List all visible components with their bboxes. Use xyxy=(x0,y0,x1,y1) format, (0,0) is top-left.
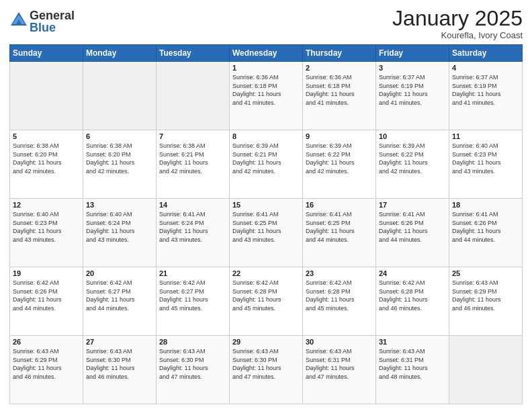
day-info: Sunrise: 6:42 AM Sunset: 6:27 PM Dayligh… xyxy=(159,279,226,312)
day-cell: 17Sunrise: 6:41 AM Sunset: 6:26 PM Dayli… xyxy=(376,199,449,267)
day-info: Sunrise: 6:40 AM Sunset: 6:23 PM Dayligh… xyxy=(13,210,80,244)
day-cell: 20Sunrise: 6:42 AM Sunset: 6:27 PM Dayli… xyxy=(83,267,157,336)
day-info: Sunrise: 6:36 AM Sunset: 6:18 PM Dayligh… xyxy=(232,73,300,107)
logo-general: General xyxy=(30,9,75,21)
day-number: 10 xyxy=(379,132,446,140)
weekday-header-tuesday: Tuesday xyxy=(157,45,230,62)
page: General Blue January 2025 Kourefla, Ivor… xyxy=(0,0,532,411)
day-info: Sunrise: 6:42 AM Sunset: 6:28 PM Dayligh… xyxy=(232,279,300,312)
calendar-table: SundayMondayTuesdayWednesdayThursdayFrid… xyxy=(9,44,523,404)
day-number: 27 xyxy=(86,338,153,346)
day-info: Sunrise: 6:42 AM Sunset: 6:28 PM Dayligh… xyxy=(306,279,373,312)
day-info: Sunrise: 6:43 AM Sunset: 6:31 PM Dayligh… xyxy=(379,347,446,381)
day-info: Sunrise: 6:39 AM Sunset: 6:21 PM Dayligh… xyxy=(232,142,300,175)
logo: General Blue xyxy=(9,9,75,34)
day-cell: 5Sunrise: 6:38 AM Sunset: 6:20 PM Daylig… xyxy=(10,130,83,199)
day-number: 20 xyxy=(86,269,153,277)
day-cell: 21Sunrise: 6:42 AM Sunset: 6:27 PM Dayli… xyxy=(157,267,230,336)
day-info: Sunrise: 6:41 AM Sunset: 6:24 PM Dayligh… xyxy=(159,210,226,244)
week-row-4: 19Sunrise: 6:42 AM Sunset: 6:26 PM Dayli… xyxy=(10,267,523,336)
day-cell: 25Sunrise: 6:43 AM Sunset: 6:29 PM Dayli… xyxy=(449,267,523,336)
day-info: Sunrise: 6:40 AM Sunset: 6:24 PM Dayligh… xyxy=(86,210,153,244)
day-number: 25 xyxy=(452,269,519,277)
day-info: Sunrise: 6:36 AM Sunset: 6:18 PM Dayligh… xyxy=(306,73,373,107)
day-info: Sunrise: 6:41 AM Sunset: 6:25 PM Dayligh… xyxy=(232,210,300,244)
weekday-header-row: SundayMondayTuesdayWednesdayThursdayFrid… xyxy=(10,45,523,62)
day-number: 5 xyxy=(13,132,80,140)
day-cell: 18Sunrise: 6:41 AM Sunset: 6:26 PM Dayli… xyxy=(449,199,523,267)
day-cell: 22Sunrise: 6:42 AM Sunset: 6:28 PM Dayli… xyxy=(230,267,303,336)
day-info: Sunrise: 6:41 AM Sunset: 6:25 PM Dayligh… xyxy=(306,210,373,244)
day-info: Sunrise: 6:42 AM Sunset: 6:27 PM Dayligh… xyxy=(86,279,153,312)
day-number: 9 xyxy=(306,132,373,140)
header: General Blue January 2025 Kourefla, Ivor… xyxy=(9,7,523,40)
day-cell: 19Sunrise: 6:42 AM Sunset: 6:26 PM Dayli… xyxy=(10,267,83,336)
day-info: Sunrise: 6:42 AM Sunset: 6:28 PM Dayligh… xyxy=(379,279,446,312)
logo-blue: Blue xyxy=(30,21,75,34)
day-number: 22 xyxy=(232,269,300,277)
weekday-header-wednesday: Wednesday xyxy=(230,45,303,62)
day-number: 17 xyxy=(379,201,446,209)
day-cell: 6Sunrise: 6:38 AM Sunset: 6:20 PM Daylig… xyxy=(83,130,157,199)
day-number: 23 xyxy=(306,269,373,277)
day-cell: 14Sunrise: 6:41 AM Sunset: 6:24 PM Dayli… xyxy=(157,199,230,267)
day-number: 31 xyxy=(379,338,446,346)
day-info: Sunrise: 6:38 AM Sunset: 6:21 PM Dayligh… xyxy=(159,142,226,175)
day-info: Sunrise: 6:43 AM Sunset: 6:30 PM Dayligh… xyxy=(232,347,300,381)
day-cell xyxy=(157,62,230,130)
weekday-header-sunday: Sunday xyxy=(10,45,83,62)
day-info: Sunrise: 6:41 AM Sunset: 6:26 PM Dayligh… xyxy=(452,210,519,244)
day-cell: 28Sunrise: 6:43 AM Sunset: 6:30 PM Dayli… xyxy=(157,336,230,404)
logo-icon xyxy=(9,11,28,30)
day-cell: 27Sunrise: 6:43 AM Sunset: 6:30 PM Dayli… xyxy=(83,336,157,404)
day-number: 3 xyxy=(379,64,446,72)
day-info: Sunrise: 6:41 AM Sunset: 6:26 PM Dayligh… xyxy=(379,210,446,244)
day-number: 28 xyxy=(159,338,226,346)
day-cell: 9Sunrise: 6:39 AM Sunset: 6:22 PM Daylig… xyxy=(303,130,376,199)
day-number: 16 xyxy=(306,201,373,209)
day-cell: 31Sunrise: 6:43 AM Sunset: 6:31 PM Dayli… xyxy=(376,336,449,404)
day-cell xyxy=(10,62,83,130)
day-cell: 1Sunrise: 6:36 AM Sunset: 6:18 PM Daylig… xyxy=(230,62,303,130)
day-number: 2 xyxy=(306,64,373,72)
week-row-2: 5Sunrise: 6:38 AM Sunset: 6:20 PM Daylig… xyxy=(10,130,523,199)
day-cell: 13Sunrise: 6:40 AM Sunset: 6:24 PM Dayli… xyxy=(83,199,157,267)
day-number: 7 xyxy=(159,132,226,140)
day-cell: 10Sunrise: 6:39 AM Sunset: 6:22 PM Dayli… xyxy=(376,130,449,199)
day-number: 13 xyxy=(86,201,153,209)
day-cell: 24Sunrise: 6:42 AM Sunset: 6:28 PM Dayli… xyxy=(376,267,449,336)
day-info: Sunrise: 6:40 AM Sunset: 6:23 PM Dayligh… xyxy=(452,142,519,175)
day-info: Sunrise: 6:39 AM Sunset: 6:22 PM Dayligh… xyxy=(379,142,446,175)
weekday-header-thursday: Thursday xyxy=(303,45,376,62)
weekday-header-saturday: Saturday xyxy=(449,45,523,62)
day-info: Sunrise: 6:37 AM Sunset: 6:19 PM Dayligh… xyxy=(379,73,446,107)
day-number: 24 xyxy=(379,269,446,277)
day-number: 8 xyxy=(232,132,300,140)
day-cell: 2Sunrise: 6:36 AM Sunset: 6:18 PM Daylig… xyxy=(303,62,376,130)
day-cell: 7Sunrise: 6:38 AM Sunset: 6:21 PM Daylig… xyxy=(157,130,230,199)
day-number: 18 xyxy=(452,201,519,209)
day-info: Sunrise: 6:39 AM Sunset: 6:22 PM Dayligh… xyxy=(306,142,373,175)
day-cell: 12Sunrise: 6:40 AM Sunset: 6:23 PM Dayli… xyxy=(10,199,83,267)
day-info: Sunrise: 6:43 AM Sunset: 6:30 PM Dayligh… xyxy=(86,347,153,381)
week-row-5: 26Sunrise: 6:43 AM Sunset: 6:29 PM Dayli… xyxy=(10,336,523,404)
month-title: January 2025 xyxy=(392,7,523,30)
day-info: Sunrise: 6:37 AM Sunset: 6:19 PM Dayligh… xyxy=(452,73,519,107)
location: Kourefla, Ivory Coast xyxy=(392,30,523,40)
day-cell: 16Sunrise: 6:41 AM Sunset: 6:25 PM Dayli… xyxy=(303,199,376,267)
day-number: 15 xyxy=(232,201,300,209)
week-row-3: 12Sunrise: 6:40 AM Sunset: 6:23 PM Dayli… xyxy=(10,199,523,267)
day-cell: 26Sunrise: 6:43 AM Sunset: 6:29 PM Dayli… xyxy=(10,336,83,404)
day-number: 29 xyxy=(232,338,300,346)
day-cell: 30Sunrise: 6:43 AM Sunset: 6:31 PM Dayli… xyxy=(303,336,376,404)
day-cell: 29Sunrise: 6:43 AM Sunset: 6:30 PM Dayli… xyxy=(230,336,303,404)
day-info: Sunrise: 6:43 AM Sunset: 6:29 PM Dayligh… xyxy=(452,279,519,312)
day-info: Sunrise: 6:43 AM Sunset: 6:29 PM Dayligh… xyxy=(13,347,80,381)
weekday-header-monday: Monday xyxy=(83,45,157,62)
logo-text: General Blue xyxy=(30,9,75,34)
day-cell: 8Sunrise: 6:39 AM Sunset: 6:21 PM Daylig… xyxy=(230,130,303,199)
day-cell: 23Sunrise: 6:42 AM Sunset: 6:28 PM Dayli… xyxy=(303,267,376,336)
day-cell xyxy=(449,336,523,404)
day-number: 21 xyxy=(159,269,226,277)
day-number: 14 xyxy=(159,201,226,209)
